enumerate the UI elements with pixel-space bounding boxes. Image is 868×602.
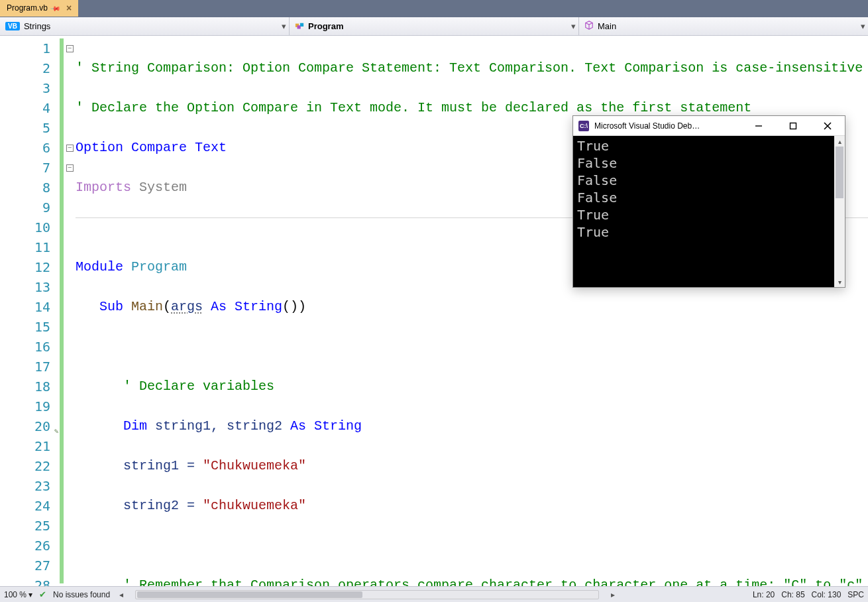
- zoom-value: 100 %: [4, 590, 27, 599]
- console-output: True False False False True True: [573, 136, 834, 287]
- file-tab[interactable]: Program.vb 📌 ×: [0, 0, 78, 17]
- nav-bar: VB Strings ▾ Program ▾ Main ▾: [0, 17, 868, 36]
- fold-toggle[interactable]: −: [66, 145, 74, 152]
- svg-rect-2: [300, 23, 303, 26]
- nav-class-label: Program: [308, 21, 343, 31]
- status-char[interactable]: Ch: 85: [781, 590, 804, 599]
- minimize-button[interactable]: [744, 117, 773, 135]
- close-icon[interactable]: ×: [64, 3, 74, 13]
- code-text: ' String Comparison: Option Compare Stat…: [76, 60, 863, 76]
- status-line[interactable]: Ln: 20: [753, 590, 775, 599]
- nav-member[interactable]: Main ▾: [579, 17, 868, 35]
- console-scrollbar[interactable]: ▴ ▾: [834, 136, 845, 287]
- nav-project-label: Strings: [24, 21, 50, 31]
- vb-badge-icon: VB: [5, 22, 20, 30]
- nav-member-label: Main: [598, 21, 616, 31]
- status-col[interactable]: Col: 130: [812, 590, 841, 599]
- issues-label[interactable]: No issues found: [53, 590, 110, 599]
- edit-indicator-icon: ✎: [54, 422, 58, 442]
- tab-row: Program.vb 📌 ×: [0, 0, 868, 17]
- chevron-down-icon: ▾: [571, 21, 576, 31]
- scroll-thumb[interactable]: [836, 147, 843, 198]
- class-icon: [295, 22, 304, 31]
- chevron-down-icon: ▾: [861, 21, 865, 31]
- pin-icon[interactable]: 📌: [50, 3, 61, 13]
- console-title: Microsoft Visual Studio Deb…: [594, 121, 739, 131]
- scroll-left-icon[interactable]: ◂: [117, 590, 126, 599]
- console-window[interactable]: C:\ Microsoft Visual Studio Deb… True Fa…: [572, 115, 845, 288]
- code-text: ' Declare the Option Compare in Text mod…: [76, 100, 751, 115]
- chevron-down-icon: ▾: [282, 21, 286, 31]
- horizontal-scrollbar[interactable]: [135, 590, 599, 599]
- scroll-thumb[interactable]: [137, 591, 362, 598]
- maximize-button[interactable]: [779, 117, 808, 135]
- scroll-right-icon[interactable]: ▸: [608, 590, 618, 599]
- zoom-control[interactable]: 100 % ▾: [4, 590, 32, 599]
- status-bar: 100 % ▾ ✔ No issues found ◂ ▸ Ln: 20 Ch:…: [0, 586, 868, 602]
- code-text: Imports: [76, 180, 131, 195]
- svg-rect-4: [790, 123, 796, 129]
- nav-class[interactable]: Program ▾: [290, 17, 579, 35]
- close-button[interactable]: [813, 117, 842, 135]
- ok-icon: ✔: [39, 589, 46, 599]
- method-icon: [584, 21, 594, 32]
- console-app-icon: C:\: [578, 121, 589, 131]
- tab-filename: Program.vb: [7, 3, 48, 13]
- line-number-gutter: 12345678910111213141516171819 20✎ 212223…: [0, 36, 60, 586]
- fold-toggle[interactable]: −: [66, 164, 74, 172]
- status-mode[interactable]: SPC: [847, 590, 864, 599]
- console-titlebar[interactable]: C:\ Microsoft Visual Studio Deb…: [573, 116, 845, 136]
- chevron-down-icon: ▾: [28, 590, 32, 599]
- scroll-up-icon[interactable]: ▴: [834, 136, 845, 147]
- fold-gutter: − − −: [64, 36, 76, 586]
- nav-project[interactable]: VB Strings ▾: [0, 17, 290, 35]
- scroll-down-icon[interactable]: ▾: [834, 276, 845, 287]
- fold-toggle[interactable]: −: [66, 45, 74, 52]
- code-text: Option Compare Text: [76, 140, 227, 155]
